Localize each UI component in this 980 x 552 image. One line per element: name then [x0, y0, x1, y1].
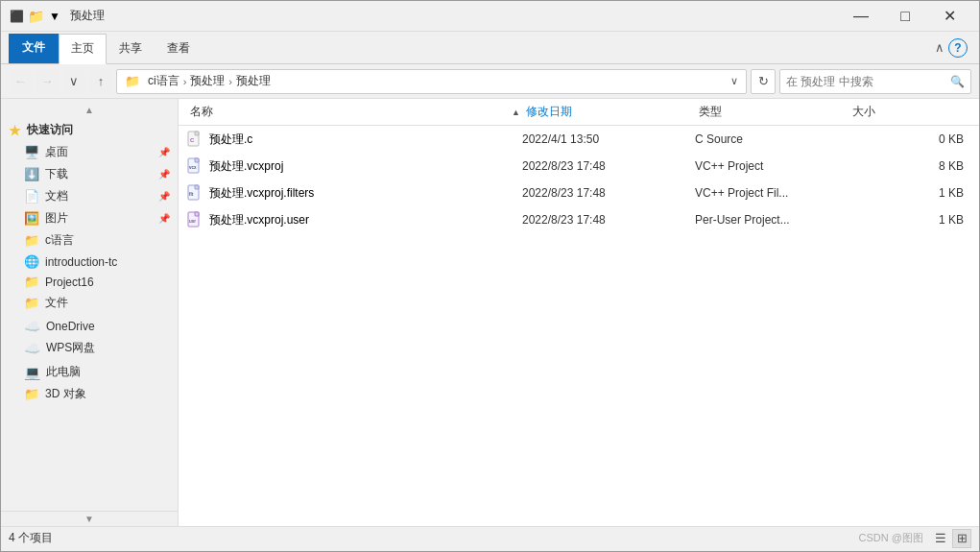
- sidebar-item-onedrive[interactable]: ☁️ OneDrive: [1, 316, 178, 337]
- svg-text:flt: flt: [189, 192, 194, 197]
- sidebar-label-pictures: 图片: [45, 210, 68, 227]
- view-icons: ☰ ⊞: [931, 529, 971, 548]
- tab-home[interactable]: 主页: [59, 34, 107, 64]
- quick-access-label: 快速访问: [27, 122, 73, 138]
- sidebar-item-cyuyan[interactable]: 📁 c语言: [1, 229, 178, 252]
- up-button[interactable]: ↑: [89, 70, 112, 93]
- dropdown-icon[interactable]: ▼: [47, 9, 62, 24]
- sidebar-label-thispc: 此电脑: [46, 364, 81, 380]
- file-row-2[interactable]: flt 预处理.vcxproj.filters 2022/8/23 17:48 …: [179, 180, 979, 206]
- nav-bar: ← → ∨ ↑ 📁 ci语言 › 预处理 › 预处理 ∨ ↻ 🔍: [1, 64, 979, 99]
- file-name-2: flt 预处理.vcxproj.filters: [186, 184, 522, 202]
- sidebar-item-download[interactable]: ⬇️ 下载 📌: [1, 163, 178, 185]
- sidebar-item-pictures[interactable]: 🖼️ 图片 📌: [1, 207, 178, 229]
- refresh-button[interactable]: ↻: [751, 69, 776, 94]
- search-icon: 🔍: [950, 75, 965, 88]
- file-label-1: 预处理.vcxproj: [209, 158, 283, 175]
- pin-icon-download: 📌: [158, 169, 170, 180]
- ribbon-collapse-icon[interactable]: ∧: [935, 40, 944, 55]
- col-header-type[interactable]: 类型: [695, 99, 849, 125]
- quick-access-header[interactable]: ★ 快速访问: [1, 119, 178, 141]
- maximize-button[interactable]: □: [883, 1, 927, 32]
- star-icon: ★: [9, 123, 21, 138]
- close-button[interactable]: ✕: [927, 1, 971, 32]
- tab-file[interactable]: 文件: [9, 34, 59, 63]
- window-title: 预处理: [70, 8, 839, 24]
- address-dropdown-icon[interactable]: ∨: [730, 75, 738, 87]
- thispc-icon: 💻: [24, 365, 40, 380]
- scroll-up-indicator: ▲: [1, 103, 178, 117]
- col-header-name[interactable]: 名称 ▲: [186, 99, 522, 125]
- sidebar-item-files[interactable]: 📁 文件: [1, 292, 178, 314]
- minimize-button[interactable]: —: [839, 1, 883, 32]
- sidebar-label-download: 下载: [45, 166, 68, 182]
- search-bar[interactable]: 🔍: [779, 69, 971, 94]
- file-size-3: 1 KB: [849, 213, 971, 227]
- address-folder-icon: 📁: [125, 74, 140, 88]
- file-list-container: 名称 ▲ 修改日期 类型 大小: [179, 99, 979, 526]
- sidebar-item-wps[interactable]: ☁️ WPS网盘: [1, 337, 178, 359]
- recent-locations-button[interactable]: ∨: [62, 70, 85, 93]
- user-file-icon: usr: [186, 211, 203, 228]
- svg-text:vcx: vcx: [189, 165, 197, 170]
- file-row-0[interactable]: C 预处理.c 2022/4/1 13:50 C Source 0 KB: [179, 126, 979, 153]
- svg-rect-1: [195, 132, 199, 135]
- files-icon: 📁: [24, 296, 39, 310]
- sidebar-label-files: 文件: [45, 295, 68, 311]
- sidebar-item-project16[interactable]: 📁 Project16: [1, 272, 178, 292]
- svg-text:usr: usr: [189, 219, 196, 224]
- main-area: ▲ ★ 快速访问 🖥️ 桌面 📌 ⬇️ 下载 📌: [1, 99, 979, 526]
- tab-view[interactable]: 查看: [155, 34, 203, 63]
- desktop-icon: 🖥️: [24, 145, 39, 159]
- address-bar[interactable]: 📁 ci语言 › 预处理 › 预处理 ∨: [116, 69, 747, 94]
- sidebar-item-desktop[interactable]: 🖥️ 桌面 📌: [1, 141, 178, 163]
- sidebar-label-project16: Project16: [45, 276, 94, 289]
- crumb-2[interactable]: 预处理: [190, 73, 225, 89]
- quick-access-icon: ⬛: [9, 9, 24, 24]
- docs-icon: 📄: [24, 189, 39, 204]
- sidebar-item-thispc[interactable]: 💻 此电脑: [1, 361, 178, 383]
- onedrive-section: ☁️ OneDrive ☁️ WPS网盘: [1, 316, 178, 359]
- pictures-icon: 🖼️: [24, 211, 39, 226]
- file-type-0: C Source: [695, 132, 849, 146]
- item-count: 4 个项目: [9, 530, 53, 546]
- sidebar-item-docs[interactable]: 📄 文档 📌: [1, 185, 178, 207]
- sidebar-item-intro[interactable]: 🌐 introduction-tc: [1, 252, 178, 272]
- forward-button[interactable]: →: [36, 70, 59, 93]
- list-view-button[interactable]: ☰: [931, 529, 950, 548]
- detail-view-button[interactable]: ⊞: [952, 529, 971, 548]
- file-list-header: 名称 ▲ 修改日期 类型 大小: [179, 99, 979, 126]
- help-icon[interactable]: ?: [948, 38, 968, 58]
- file-date-0: 2022/4/1 13:50: [522, 132, 695, 146]
- sidebar: ▲ ★ 快速访问 🖥️ 桌面 📌 ⬇️ 下载 📌: [1, 99, 179, 526]
- 3d-icon: 📁: [24, 387, 39, 401]
- sidebar-scroll-down[interactable]: ▼: [1, 511, 178, 526]
- sep-2: ›: [228, 76, 232, 87]
- crumb-3[interactable]: 预处理: [236, 73, 271, 89]
- title-bar-controls: — □ ✕: [839, 1, 971, 32]
- pin-icon-desktop: 📌: [158, 147, 170, 157]
- file-row-1[interactable]: vcx 预处理.vcxproj 2022/8/23 17:48 VC++ Pro…: [179, 153, 979, 180]
- intro-icon: 🌐: [24, 254, 39, 269]
- crumb-1[interactable]: ci语言: [148, 73, 179, 89]
- file-date-1: 2022/8/23 17:48: [522, 159, 695, 173]
- vcxproj-file-icon: vcx: [186, 157, 203, 175]
- sidebar-label-cyuyan: c语言: [45, 232, 74, 249]
- tab-share[interactable]: 共享: [107, 34, 155, 63]
- sidebar-label-wps: WPS网盘: [46, 340, 95, 356]
- cyuyan-icon: 📁: [24, 233, 39, 248]
- file-list: C 预处理.c 2022/4/1 13:50 C Source 0 KB vcx: [179, 126, 979, 526]
- file-type-1: VC++ Project: [695, 159, 849, 173]
- col-header-size[interactable]: 大小: [849, 99, 971, 125]
- file-row-3[interactable]: usr 预处理.vcxproj.user 2022/8/23 17:48 Per…: [179, 206, 979, 233]
- back-button[interactable]: ←: [9, 70, 32, 93]
- sidebar-label-docs: 文档: [45, 188, 68, 204]
- file-date-3: 2022/8/23 17:48: [522, 213, 695, 227]
- search-input[interactable]: [786, 75, 950, 88]
- file-name-1: vcx 预处理.vcxproj: [186, 157, 522, 175]
- status-right: CSDN @图图 ☰ ⊞: [859, 529, 971, 548]
- col-header-date[interactable]: 修改日期: [522, 99, 695, 125]
- sidebar-item-3d[interactable]: 📁 3D 对象: [1, 383, 178, 405]
- filter-file-icon: flt: [186, 184, 203, 202]
- download-icon: ⬇️: [24, 167, 39, 181]
